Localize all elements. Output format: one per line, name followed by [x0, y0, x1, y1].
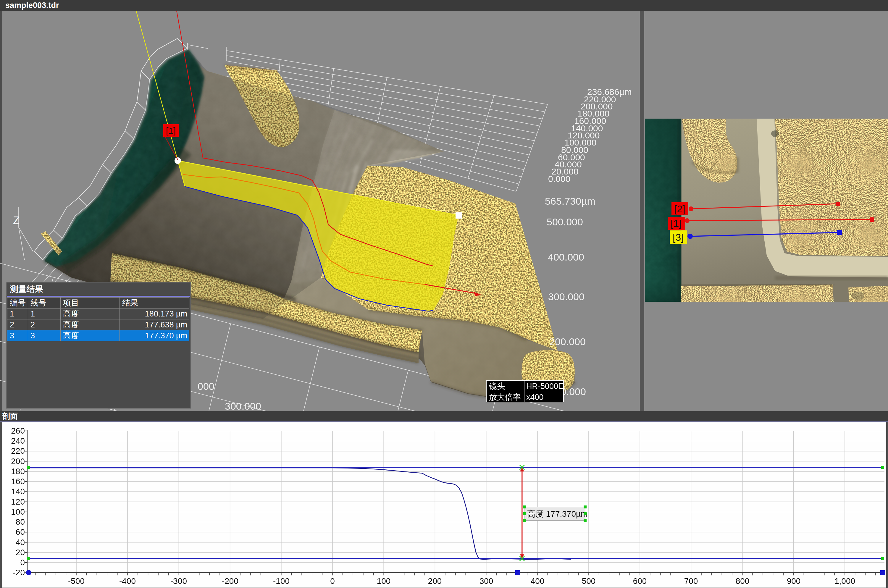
svg-text:700: 700 [684, 576, 698, 586]
svg-text:400.000: 400.000 [548, 251, 584, 262]
svg-text:-300: -300 [170, 576, 187, 586]
svg-text:565.730µm: 565.730µm [545, 195, 596, 207]
svg-text:[2]: [2] [674, 203, 686, 214]
svg-text:-400: -400 [119, 576, 136, 586]
svg-text:1,000: 1,000 [834, 576, 855, 586]
svg-text:20: 20 [16, 548, 25, 557]
svg-text:500: 500 [582, 576, 596, 586]
svg-text:300.000: 300.000 [225, 400, 261, 412]
svg-text:0: 0 [20, 558, 25, 567]
svg-text:[1]: [1] [166, 126, 176, 135]
svg-text:140: 140 [11, 487, 25, 496]
svg-text:-100: -100 [273, 576, 290, 586]
svg-text:60: 60 [16, 527, 25, 537]
svg-text:200: 200 [11, 457, 25, 466]
svg-text:0: 0 [330, 576, 335, 586]
svg-text:[3]: [3] [673, 232, 684, 243]
svg-text:500.000: 500.000 [547, 216, 583, 228]
svg-text:120: 120 [11, 497, 25, 506]
svg-text:600: 600 [633, 576, 647, 586]
svg-text:100: 100 [377, 576, 391, 586]
svg-text:400: 400 [531, 576, 544, 586]
svg-text:-20: -20 [13, 568, 25, 577]
svg-text:40: 40 [16, 538, 25, 547]
svg-text:0.000: 0.000 [548, 174, 570, 184]
svg-text:160: 160 [11, 477, 25, 486]
svg-text:900: 900 [787, 576, 801, 586]
svg-text:x400: x400 [526, 393, 544, 402]
svg-text:[1]: [1] [670, 218, 682, 229]
svg-text:Z: Z [13, 214, 20, 226]
svg-text:300: 300 [480, 576, 494, 586]
svg-text:HR-5000E: HR-5000E [526, 382, 564, 391]
svg-text:000: 000 [198, 381, 214, 392]
svg-text:-200: -200 [222, 576, 238, 586]
svg-text:200: 200 [428, 576, 442, 586]
svg-text:260: 260 [11, 426, 25, 435]
svg-text:放大倍率: 放大倍率 [489, 393, 521, 402]
svg-text:220: 220 [11, 446, 25, 456]
svg-text:镜头: 镜头 [489, 382, 505, 391]
svg-text:100: 100 [11, 507, 25, 516]
svg-text:200.000: 200.000 [549, 336, 586, 347]
svg-text:80: 80 [16, 517, 25, 526]
svg-text:180: 180 [11, 467, 25, 476]
svg-text:-500: -500 [68, 576, 85, 586]
svg-text:高度 177.370µm: 高度 177.370µm [527, 509, 588, 519]
svg-text:800: 800 [736, 576, 750, 586]
svg-text:300.000: 300.000 [548, 291, 585, 302]
svg-text:240: 240 [11, 436, 25, 446]
